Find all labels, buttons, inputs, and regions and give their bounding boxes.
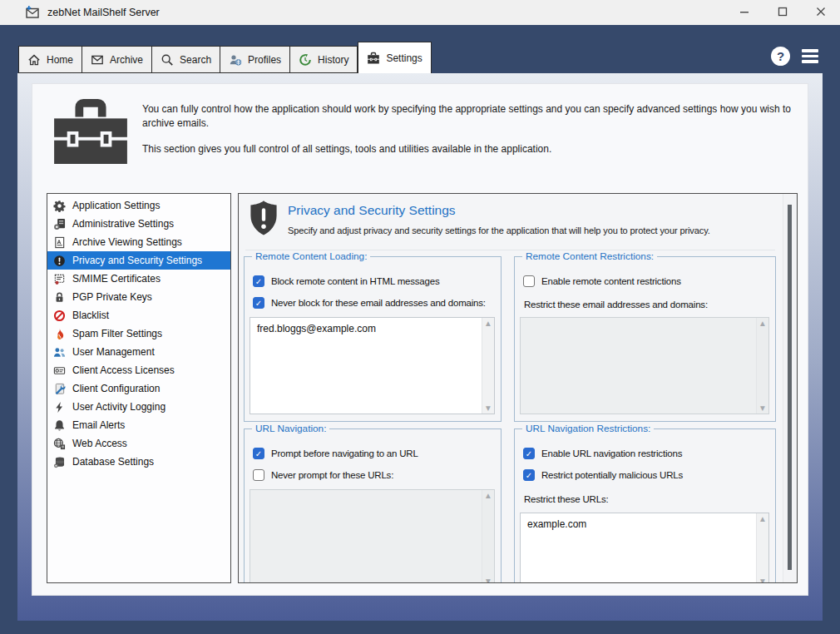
tab-history[interactable]: History — [290, 46, 358, 73]
intro-text: You can fully control how the applicatio… — [142, 102, 808, 156]
close-button[interactable] — [802, 0, 840, 25]
scroll-down-icon[interactable]: ▼ — [486, 405, 491, 412]
menu-button[interactable] — [802, 49, 818, 63]
sidebar-item-spam-filter-settings[interactable]: Spam Filter Settings — [47, 324, 230, 343]
scroll-up-icon[interactable]: ▲ — [486, 493, 491, 499]
sidebar-item-application-settings[interactable]: Application Settings — [47, 196, 230, 215]
scroll-down-icon[interactable]: ▼ — [760, 405, 765, 412]
group-title: Remote Content Loading: — [252, 250, 370, 262]
sidebar-item-pgp-private-keys[interactable]: PGP Private Keys — [47, 288, 230, 306]
minimize-button[interactable] — [725, 0, 763, 25]
intro-paragraph-1: You can fully control how the applicatio… — [142, 102, 808, 131]
settings-category-list: Application SettingsAdministrative Setti… — [47, 193, 231, 583]
checkbox-label: Restrict potentially malicious URLs — [541, 470, 683, 480]
checkbox-never-block-addresses[interactable]: ✓ Never block for these email addresses … — [253, 297, 486, 309]
sidebar-item-label: Database Settings — [72, 456, 154, 468]
history-icon — [299, 53, 312, 67]
checkbox-enable-remote-restrictions[interactable]: Enable remote content restrictions — [523, 275, 681, 287]
sidebar-item-label: Web Access — [72, 438, 127, 449]
sidebar-item-archive-viewing-settings[interactable]: Archive Viewing Settings — [47, 233, 230, 251]
sidebar-item-privacy-and-security-settings[interactable]: Privacy and Security Settings — [47, 251, 230, 270]
bell-icon — [53, 419, 66, 432]
scroll-down-icon[interactable]: ▼ — [486, 578, 491, 584]
sidebar-item-database-settings[interactable]: Database Settings — [47, 453, 230, 471]
list-scrollbar[interactable]: ▲ ▼ — [756, 318, 768, 414]
maximize-button[interactable] — [763, 0, 802, 25]
list-scrollbar[interactable]: ▲ ▼ — [482, 490, 494, 583]
sidebar-item-label: PGP Private Keys — [72, 291, 152, 303]
checkbox-label: Prompt before navigating to an URL — [271, 448, 418, 458]
panel-scrollbar[interactable] — [783, 194, 797, 582]
sidebar-item-administrative-settings[interactable]: Administrative Settings — [47, 215, 230, 233]
lock-icon — [53, 291, 66, 304]
list-value: fred.bloggs@example.com — [250, 318, 494, 339]
minimize-icon — [739, 5, 749, 20]
list-scrollbar[interactable]: ▲ ▼ — [756, 513, 768, 583]
sidebar-item-label: Privacy and Security Settings — [72, 255, 202, 266]
menu-icon — [802, 60, 818, 63]
checkbox-box[interactable] — [523, 275, 535, 287]
home-icon — [27, 53, 41, 67]
sidebar-item-s-mime-certificates[interactable]: S/MIME Certificates — [47, 270, 230, 288]
checkbox-box[interactable]: ✓ — [523, 469, 535, 481]
checkbox-label: Block remote content in HTML messages — [271, 276, 439, 286]
sidebar-item-label: User Activity Logging — [72, 401, 166, 413]
tab-home[interactable]: Home — [18, 46, 82, 73]
tab-archive[interactable]: Archive — [82, 46, 152, 73]
sidebar-item-label: Spam Filter Settings — [72, 328, 162, 339]
sidebar-item-user-activity-logging[interactable]: User Activity Logging — [47, 398, 230, 416]
checkbox-box[interactable]: ✓ — [523, 448, 535, 459]
license-icon — [53, 364, 66, 377]
tab-label: Archive — [110, 54, 143, 66]
list-scrollbar[interactable]: ▲ ▼ — [482, 318, 494, 414]
checkbox-restrict-malicious-urls[interactable]: ✓ Restrict potentially malicious URLs — [523, 469, 683, 481]
tab-label: Home — [47, 54, 73, 66]
sidebar-item-label: Archive Viewing Settings — [72, 236, 182, 248]
checkbox-box[interactable] — [253, 469, 264, 481]
checkbox-label: Enable URL navigation restrictions — [541, 448, 682, 458]
sidebar-item-label: User Management — [72, 346, 155, 358]
allowed-senders-list[interactable]: fred.bloggs@example.com ▲ ▼ — [250, 317, 495, 414]
tab-label: Profiles — [248, 54, 281, 66]
sidebar-item-web-access[interactable]: Web Access — [47, 434, 230, 453]
certificate-icon — [53, 273, 66, 285]
list-value — [521, 318, 768, 328]
sidebar-item-client-access-licenses[interactable]: Client Access Licenses — [47, 361, 230, 379]
list-value — [250, 490, 494, 500]
scroll-up-icon[interactable]: ▲ — [760, 320, 765, 327]
checkbox-block-remote-content[interactable]: ✓ Block remote content in HTML messages — [253, 275, 439, 287]
app-title: zebNet MailShelf Server — [47, 7, 160, 18]
privacy-alert-icon — [53, 255, 66, 267]
profiles-icon — [229, 53, 242, 67]
scroll-down-icon[interactable]: ▼ — [760, 578, 765, 584]
window-controls — [725, 0, 840, 25]
settings-page: You can fully control how the applicatio… — [32, 83, 808, 596]
sidebar-item-email-alerts[interactable]: Email Alerts — [47, 416, 230, 434]
group-remote-content-loading: Remote Content Loading: ✓ Block remote c… — [244, 256, 502, 422]
sidebar-item-label: Client Configuration — [72, 383, 160, 394]
search-icon — [161, 53, 174, 67]
checkbox-box[interactable]: ✓ — [253, 297, 264, 309]
scroll-up-icon[interactable]: ▲ — [760, 516, 765, 523]
restricted-senders-list[interactable]: ▲ ▼ — [520, 317, 769, 414]
checkbox-box[interactable]: ✓ — [253, 275, 264, 287]
group-url-navigation-restrictions: URL Navigation Restrictions: ✓ Enable UR… — [514, 428, 776, 583]
never-prompt-urls-list[interactable]: ▲ ▼ — [250, 489, 495, 583]
sidebar-item-user-management[interactable]: User Management — [47, 343, 230, 361]
tab-profiles[interactable]: Profiles — [220, 46, 290, 73]
checkbox-enable-url-restrictions[interactable]: ✓ Enable URL navigation restrictions — [523, 448, 682, 459]
scrollbar-thumb[interactable] — [788, 205, 792, 570]
help-icon: ? — [777, 49, 784, 63]
scroll-up-icon[interactable]: ▲ — [486, 320, 491, 327]
checkbox-box[interactable]: ✓ — [253, 448, 264, 459]
checkbox-prompt-before-navigating[interactable]: ✓ Prompt before navigating to an URL — [253, 448, 418, 459]
list-value: example.com — [521, 513, 768, 535]
checkbox-never-prompt-urls[interactable]: Never prompt for these URLs: — [253, 469, 393, 481]
tab-search[interactable]: Search — [152, 46, 220, 73]
sidebar-item-client-configuration[interactable]: Client Configuration — [47, 379, 230, 398]
help-button[interactable]: ? — [771, 47, 790, 66]
sidebar-item-blacklist[interactable]: Blacklist — [47, 306, 230, 324]
restricted-urls-list[interactable]: example.com ▲ ▼ — [520, 513, 769, 583]
tab-settings[interactable]: Settings — [358, 42, 431, 73]
privacy-security-panel: Privacy and Security Settings Specify an… — [238, 193, 798, 583]
